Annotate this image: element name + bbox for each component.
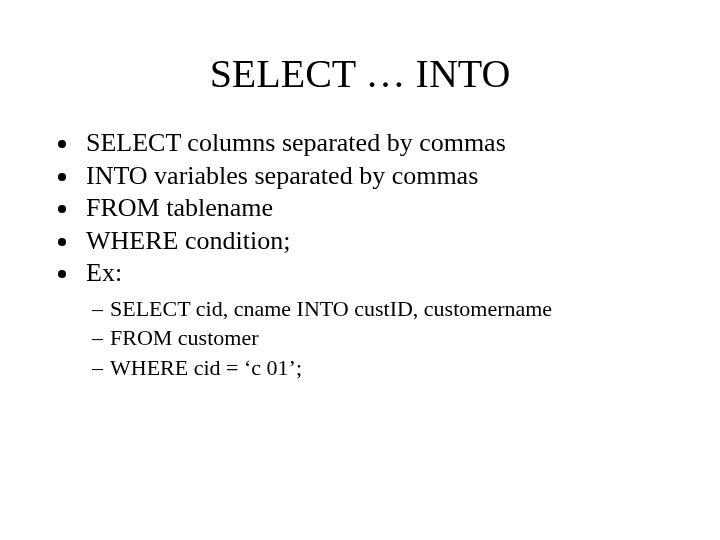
main-list: SELECT columns separated by commas INTO … bbox=[50, 127, 670, 383]
sub-bullet-item: WHERE cid = ‘c 01’; bbox=[110, 353, 670, 383]
bullet-item: SELECT columns separated by commas bbox=[80, 127, 670, 160]
bullet-item: Ex: SELECT cid, cname INTO custID, custo… bbox=[80, 257, 670, 383]
bullet-item: INTO variables separated by commas bbox=[80, 160, 670, 193]
bullet-item: FROM tablename bbox=[80, 192, 670, 225]
sub-bullet-item: FROM customer bbox=[110, 323, 670, 353]
slide-title: SELECT … INTO bbox=[50, 50, 670, 97]
sub-list: SELECT cid, cname INTO custID, customern… bbox=[86, 294, 670, 383]
bullet-label: Ex: bbox=[86, 258, 122, 287]
bullet-item: WHERE condition; bbox=[80, 225, 670, 258]
sub-bullet-item: SELECT cid, cname INTO custID, customern… bbox=[110, 294, 670, 324]
slide: SELECT … INTO SELECT columns separated b… bbox=[0, 0, 720, 540]
